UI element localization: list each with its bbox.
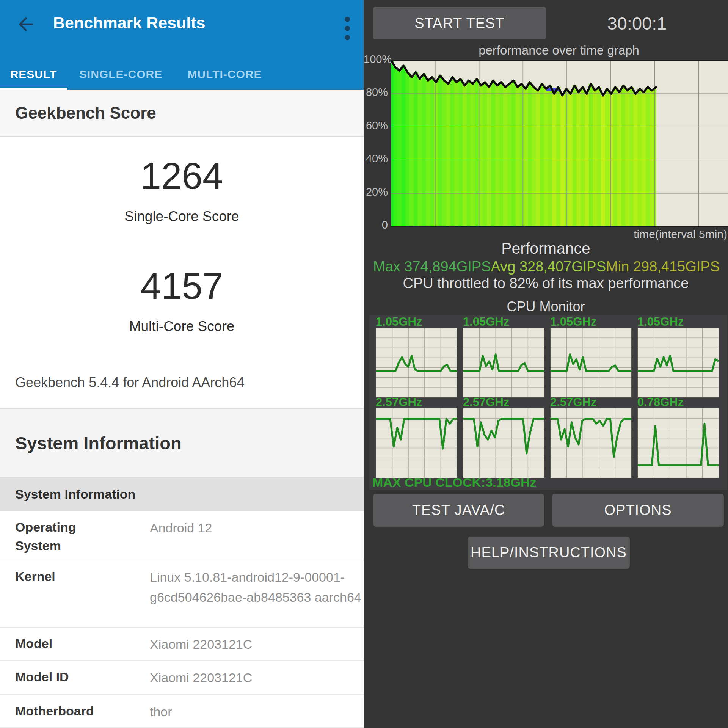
cpu-core-chart (463, 328, 544, 398)
core-frequency-label: 2.57GHz (463, 397, 544, 408)
cpu-core-chart (637, 328, 719, 398)
help-instructions-button[interactable]: HELP/INSTRUCTIONS (468, 537, 630, 569)
table-row: Model ID Xiaomi 2203121C (0, 661, 364, 695)
y-axis-tick: 0 (364, 219, 388, 233)
performance-stats: Max 374,894GIPS Avg 328,407GIPS Min 298,… (373, 259, 719, 275)
row-value: thor (150, 702, 362, 722)
core-frequency-label: 2.57GHz (376, 397, 457, 408)
performance-section-title: Performance (364, 240, 728, 257)
cpu-core-cell: 2.57GHz (463, 397, 544, 478)
core-frequency-label: 2.57GHz (550, 397, 632, 408)
arrow-left-icon (15, 14, 36, 35)
y-axis-tick: 100% (364, 53, 388, 67)
version-text: Geekbench 5.4.4 for Android AArch64 (15, 375, 244, 391)
row-label: Kernel (15, 567, 125, 586)
cpu-core-cell: 2.57GHz (550, 397, 632, 478)
cpu-core-chart (550, 328, 632, 398)
graph-title: performance over time graph (391, 43, 727, 58)
y-axis-tick: 20% (364, 186, 388, 200)
y-axis-tick: 40% (364, 152, 388, 167)
kebab-dot (345, 17, 350, 22)
app-header: Benchmark Results RESULT SINGLE-CORE MUL… (0, 0, 364, 90)
y-axis-tick: 60% (364, 119, 388, 134)
cpu-core-cell: 1.05GHz (637, 316, 719, 398)
tab-single-core[interactable]: SINGLE-CORE (67, 59, 174, 90)
multi-core-score-value: 4157 (0, 265, 364, 308)
single-core-score-value: 1264 (0, 155, 364, 198)
core-frequency-label: 1.05GHz (637, 316, 719, 328)
tab-multi-core[interactable]: MULTI-CORE (174, 59, 275, 90)
table-row: Kernel Linux 5.10.81-android12-9-00001-g… (0, 560, 364, 628)
multi-core-score-label: Multi-Core Score (0, 318, 364, 334)
cpu-core-cell: 1.05GHz (376, 316, 457, 398)
performance-chart (391, 60, 728, 227)
stat-avg: Avg 328,407GIPS (491, 259, 606, 275)
cpu-throttling-panel: START TEST 30:00:1 performance over time… (364, 0, 728, 728)
throttle-note: CPU throttled to 82% of its max performa… (364, 275, 728, 292)
geekbench-score-heading: Geekbench Score (0, 90, 364, 136)
kebab-dot (345, 35, 350, 40)
overflow-menu-button[interactable] (340, 17, 355, 44)
row-label: Model ID (15, 668, 125, 686)
kebab-dot (345, 26, 350, 31)
stat-min: Min 298,415GIPS (606, 259, 720, 275)
cpu-core-chart (376, 328, 457, 398)
x-axis-note: time(interval 5min) (391, 228, 727, 241)
core-frequency-label: 1.05GHz (550, 316, 632, 328)
row-value: Android 12 (150, 518, 362, 538)
single-core-score-label: Single-Core Score (0, 209, 364, 224)
start-test-button[interactable]: START TEST (373, 7, 546, 39)
cpu-core-chart (376, 408, 457, 478)
cpu-core-cell: 1.05GHz (463, 316, 544, 398)
row-label: Model (15, 634, 125, 653)
row-label: Operating System (15, 518, 125, 555)
cpu-core-chart (550, 408, 632, 478)
tab-result[interactable]: RESULT (0, 59, 67, 90)
page-title: Benchmark Results (53, 14, 206, 32)
back-button[interactable] (14, 12, 38, 36)
max-cpu-clock-note: MAX CPU CLOCK:3.18GHz (372, 475, 537, 490)
cpu-core-chart (463, 408, 544, 478)
system-information-subheader: System Information (0, 477, 364, 511)
row-value: Xiaomi 2203121C (150, 634, 362, 654)
test-java-c-button[interactable]: TEST JAVA/C (373, 494, 544, 527)
system-information-heading: System Information (0, 408, 364, 477)
system-information-heading-text: System Information (15, 433, 182, 453)
stat-max: Max 374,894GIPS (373, 259, 491, 275)
tab-bar: RESULT SINGLE-CORE MULTI-CORE (0, 59, 364, 90)
performance-chart-svg (391, 61, 728, 226)
row-value: Xiaomi 2203121C (150, 668, 362, 688)
y-axis-tick: 80% (364, 86, 388, 100)
core-frequency-label: 0.78GHz (637, 397, 719, 408)
table-row: Motherboard thor (0, 695, 364, 728)
screenshot-root: Benchmark Results RESULT SINGLE-CORE MUL… (0, 0, 728, 728)
cpu-monitor-panel: 1.05GHz 1.05GHz 1.05GHz 1.05GHz (369, 315, 727, 490)
table-row: Operating System Android 12 (0, 511, 364, 560)
options-button[interactable]: OPTIONS (552, 494, 724, 527)
row-label: Motherboard (15, 702, 125, 720)
timer-text: 30:00:1 (565, 13, 709, 34)
cpu-core-cell: 2.57GHz (376, 397, 457, 478)
cpu-core-cell: 0.78GHz (637, 397, 719, 478)
cpu-core-chart (637, 408, 719, 478)
cpu-monitor-row: 1.05GHz 1.05GHz 1.05GHz 1.05GHz (369, 316, 727, 398)
geekbench-panel: Benchmark Results RESULT SINGLE-CORE MUL… (0, 0, 364, 728)
table-row: Model Xiaomi 2203121C (0, 628, 364, 661)
core-frequency-label: 1.05GHz (376, 316, 457, 328)
row-value: Linux 5.10.81-android12-9-00001-g6cd5046… (150, 567, 362, 607)
system-information-subheader-text: System Information (15, 487, 135, 502)
core-frequency-label: 1.05GHz (463, 316, 544, 328)
geekbench-score-heading-text: Geekbench Score (15, 104, 156, 122)
system-information-table: Operating System Android 12 Kernel Linux… (0, 511, 364, 728)
cpu-monitor-title: CPU Monitor (364, 299, 728, 315)
cpu-monitor-row: 2.57GHz 2.57GHz 2.57GHz 0.78GHz (369, 397, 727, 478)
cpu-core-cell: 1.05GHz (550, 316, 632, 398)
